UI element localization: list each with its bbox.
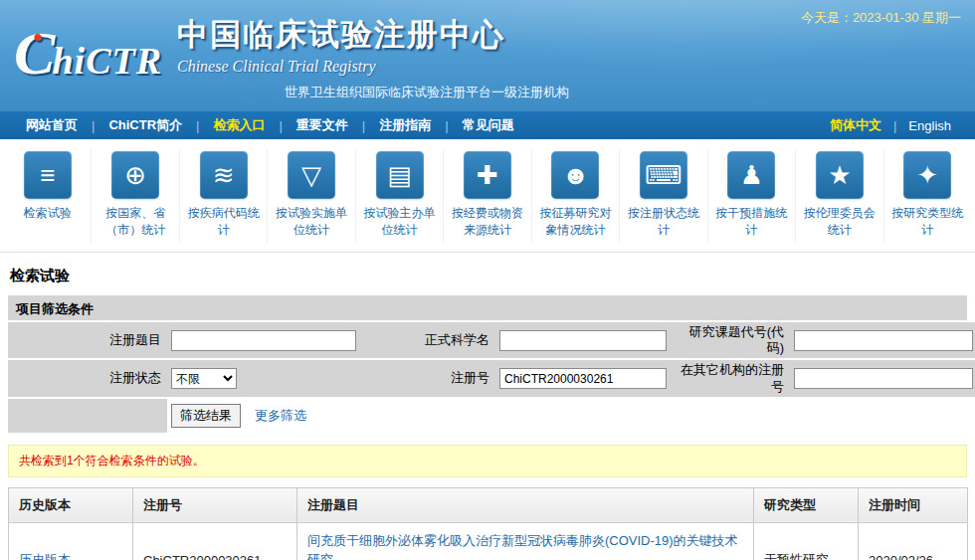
clipboard-icon: ▤	[376, 151, 424, 199]
quicklink-label: 按试验实施单位统计	[271, 205, 352, 240]
result-count-message: 共检索到1个符合检索条件的试验。	[8, 445, 967, 477]
site-tagline: 世界卫生组织国际临床试验注册平台一级注册机构	[285, 84, 569, 101]
quicklink-by-registration-status[interactable]: ⌨ 按注册状态统计	[619, 149, 706, 244]
flask-icon: ▽	[288, 151, 335, 199]
study-code-input[interactable]	[794, 330, 973, 351]
table-row: 历史版本 ChiCTR2000030261 间充质干细胞外泌体雾化吸入治疗新型冠…	[9, 522, 968, 560]
nav-left: 网站首页 | ChiCTR简介 | 检索入口 | 重要文件 | 注册指南 | 常…	[12, 116, 818, 134]
registration-date-cell: 2020/02/26	[859, 522, 968, 560]
quicklink-by-ethics-committee[interactable]: ★ 按伦理委员会统计	[795, 149, 882, 244]
nav-item-home[interactable]: 网站首页	[12, 116, 92, 134]
quicklink-label: 按征募研究对象情况统计	[534, 205, 616, 240]
quicklink-by-disease-code[interactable]: ≋ 按疾病代码统计	[179, 149, 267, 244]
registered-title-label: 注册题目	[8, 322, 167, 359]
nav-item-faq[interactable]: 常见问题	[449, 116, 528, 134]
quicklink-by-implementing-unit[interactable]: ▽ 按试验实施单位统计	[267, 149, 354, 244]
results-table: 历史版本 注册号 注册题目 研究类型 注册时间 历史版本 ChiCTR20000…	[8, 487, 968, 560]
keyboard-mouse-icon: ⌨	[640, 151, 687, 199]
trial-title-link[interactable]: 间充质干细胞外泌体雾化吸入治疗新型冠状病毒肺炎(COVID-19)的关键技术研究	[307, 531, 743, 560]
logo-accent-dot: •	[33, 23, 42, 52]
main-nav: 网站首页 | ChiCTR简介 | 检索入口 | 重要文件 | 注册指南 | 常…	[0, 111, 975, 139]
lang-simplified-chinese[interactable]: 简体中文	[818, 116, 893, 134]
column-header-history: 历史版本	[9, 487, 133, 522]
filter-row-1: 注册题目 正式科学名 研究课题代号(代码)	[8, 322, 967, 361]
site-subtitle: Chinese Clinical Trial Registry	[177, 58, 569, 76]
quicklink-label: 按国家、省（市）统计	[95, 205, 176, 240]
star-icon: ★	[816, 151, 864, 199]
scientific-name-input[interactable]	[499, 330, 667, 351]
other-registry-number-label: 在其它机构的注册号	[671, 360, 790, 397]
today-date-text: 今天是：2023-01-30 星期一	[801, 9, 961, 27]
quicklink-by-recruitment-status[interactable]: ☻ 按征募研究对象情况统计	[531, 149, 619, 244]
site-header: 今天是：2023-01-30 星期一 C•hiCTR 中国临床试验注册中心 Ch…	[0, 0, 975, 111]
study-code-label: 研究课题代号(代码)	[671, 322, 790, 359]
registration-status-select[interactable]: 不限	[171, 368, 237, 389]
quicklink-label: 按注册状态统计	[623, 205, 704, 240]
column-header-regno: 注册号	[133, 487, 297, 522]
people-icon: ☻	[551, 151, 599, 199]
filter-actions-row: 筛选结果 更多筛选	[8, 399, 967, 433]
filter-actions-left-pad	[8, 399, 167, 433]
quicklink-label: 按研究类型统计	[886, 205, 968, 240]
quicklinks-bar: ≡ 检索试验 ⊕ 按国家、省（市）统计 ≋ 按疾病代码统计 ▽ 按试验实施单位统…	[0, 139, 975, 253]
registration-number-cell: ChiCTR2000030261	[133, 522, 297, 560]
column-header-title: 注册题目	[297, 487, 754, 522]
quicklink-search-trials[interactable]: ≡ 检索试验	[4, 149, 91, 244]
nav-right: 简体中文 | English	[818, 116, 963, 134]
quicklink-label: 按伦理委员会统计	[799, 205, 880, 240]
filter-header: 项目筛选条件	[8, 295, 967, 322]
more-filters-link[interactable]: 更多筛选	[255, 407, 306, 425]
quicklink-label: 按干预措施统计	[710, 205, 792, 240]
quicklink-label: 按经费或物资来源统计	[447, 205, 528, 240]
quicklink-label: 检索试验	[7, 205, 89, 222]
chictr-logo[interactable]: C•hiCTR	[14, 22, 162, 84]
quicklink-by-funding-source[interactable]: ✚ 按经费或物资来源统计	[443, 149, 530, 244]
person-icon: ♟	[727, 151, 775, 199]
nav-item-registration-guide[interactable]: 注册指南	[365, 116, 445, 134]
quicklink-by-sponsor-unit[interactable]: ▤ 按试验主办单位统计	[355, 149, 443, 244]
other-registry-number-input[interactable]	[794, 368, 973, 389]
study-type-cell: 干预性研究	[754, 522, 859, 560]
scientific-name-label: 正式科学名	[362, 322, 495, 359]
column-header-study-type: 研究类型	[754, 487, 859, 522]
dna-icon: ≋	[200, 151, 248, 199]
lang-english[interactable]: English	[896, 118, 963, 133]
registration-status-label: 注册状态	[8, 360, 167, 397]
site-title: 中国临床试验注册中心	[177, 14, 569, 56]
numbered-list-icon: ≡	[24, 151, 72, 199]
logo-rest-text: hiCTR	[52, 40, 162, 82]
registration-number-input[interactable]	[499, 368, 667, 389]
filter-row-2: 注册状态 不限 注册号 在其它机构的注册号	[8, 360, 967, 399]
nav-item-important-docs[interactable]: 重要文件	[283, 116, 362, 134]
site-title-block: 中国临床试验注册中心 Chinese Clinical Trial Regist…	[177, 14, 569, 101]
registration-number-label: 注册号	[362, 360, 495, 397]
globe-icon: ⊕	[111, 151, 159, 199]
sparkles-icon: ✦	[903, 151, 951, 199]
quicklink-label: 按试验主办单位统计	[359, 205, 441, 240]
column-header-reg-date: 注册时间	[859, 487, 968, 522]
quicklink-label: 按疾病代码统计	[183, 205, 265, 240]
filter-submit-button[interactable]: 筛选结果	[171, 404, 241, 428]
nav-item-about[interactable]: ChiCTR简介	[95, 116, 196, 134]
page-title: 检索试验	[10, 267, 965, 285]
nav-item-search-entry[interactable]: 检索入口	[199, 116, 279, 134]
history-version-link[interactable]: 历史版本	[19, 552, 71, 560]
quicklink-by-intervention[interactable]: ♟ 按干预措施统计	[707, 149, 795, 244]
registered-title-input[interactable]	[171, 330, 356, 351]
filter-form: 项目筛选条件 注册题目 正式科学名 研究课题代号(代码) 注册状态 不限 注册号	[8, 295, 967, 433]
results-header-row: 历史版本 注册号 注册题目 研究类型 注册时间	[9, 487, 968, 522]
medkit-icon: ✚	[464, 151, 511, 199]
quicklink-by-country-province[interactable]: ⊕ 按国家、省（市）统计	[91, 149, 178, 244]
quicklink-by-study-type[interactable]: ✦ 按研究类型统计	[883, 149, 971, 244]
page: 今天是：2023-01-30 星期一 C•hiCTR 中国临床试验注册中心 Ch…	[0, 0, 975, 560]
